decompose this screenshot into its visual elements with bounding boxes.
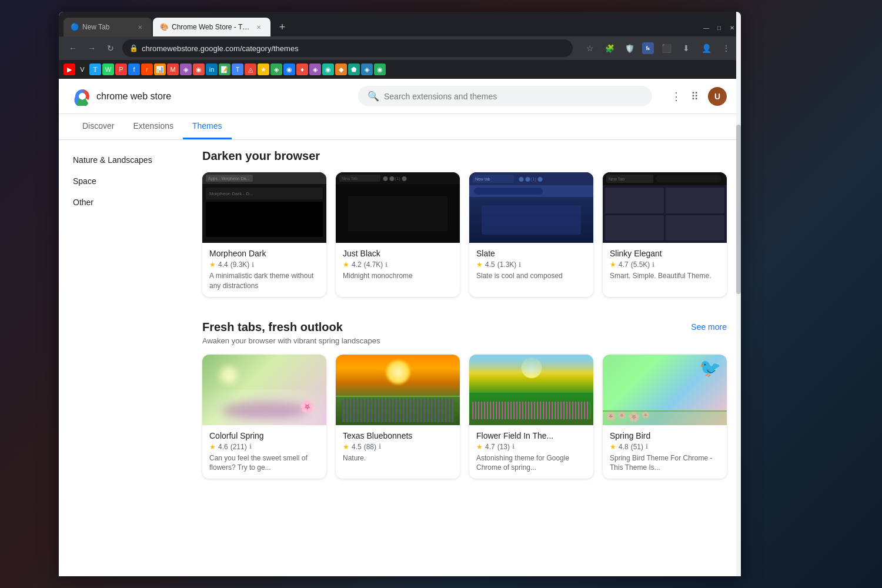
ext-gmail[interactable]: M	[167, 64, 179, 75]
apps-grid-icon[interactable]: ⠿	[691, 90, 699, 103]
info-icon[interactable]: ℹ	[512, 443, 514, 450]
nav-tabs: Discover Extensions Themes	[59, 114, 741, 140]
ext-youtube[interactable]: ▶	[64, 64, 75, 75]
info-icon[interactable]: ℹ	[646, 443, 648, 450]
lock-icon: 🔒	[129, 44, 138, 52]
search-input[interactable]	[384, 92, 643, 101]
info-icon[interactable]: ℹ	[652, 261, 654, 269]
rating-count: (5.5K)	[631, 260, 650, 269]
card-just-black-name: Just Black	[343, 249, 453, 258]
rating-count: (9.3K)	[230, 260, 250, 269]
tabs-row: 🔵 New Tab ✕ 🎨 Chrome Web Store - Themes …	[64, 18, 702, 36]
ext-misc5[interactable]: ◉	[283, 64, 295, 75]
tab-extensions[interactable]: Extensions	[123, 114, 182, 139]
new-tab-button[interactable]: +	[274, 19, 290, 35]
tab-close-2[interactable]: ✕	[254, 22, 263, 32]
sidebar-item-space[interactable]: Space	[59, 171, 179, 192]
info-icon[interactable]: ℹ	[385, 261, 387, 269]
ext-misc2[interactable]: ◉	[193, 64, 205, 75]
card-texas-bluebonnets-info: Texas Bluebonnets ★ 4.5 (88) ℹ Nature.	[336, 425, 460, 469]
see-more-link[interactable]: See more	[691, 322, 727, 332]
sidebar-item-nature[interactable]: Nature & Landscapes	[59, 149, 179, 171]
card-spring-bird-info: Spring Bird ★ 4.8 (51) ℹ Spring Bird The…	[603, 425, 727, 479]
rating-value: 4.7	[619, 260, 629, 269]
ext-misc4[interactable]: ◈	[270, 64, 282, 75]
address-input-wrap[interactable]: 🔒 chromewebstore.google.com/category/the…	[122, 39, 573, 57]
search-bar[interactable]: 🔍	[358, 86, 652, 106]
ext-misc7[interactable]: ◈	[309, 64, 321, 75]
card-colorful-spring[interactable]: 🌸 Colorful Spring ★ 4.6 (211) ℹ	[202, 355, 326, 479]
info-icon[interactable]: ℹ	[379, 443, 381, 450]
scrollbar-thumb[interactable]	[736, 125, 741, 294]
card-flower-field[interactable]: Flower Field In The... ★ 4.7 (13) ℹ Asto…	[469, 355, 593, 479]
rating-value: 4.5	[485, 260, 495, 269]
star-icon: ★	[343, 443, 349, 451]
tab-close-1[interactable]: ✕	[135, 22, 145, 32]
ext-misc8[interactable]: ◉	[322, 64, 334, 75]
tab-title-1: New Tab	[82, 23, 132, 31]
ext-reddit[interactable]: r	[141, 64, 153, 75]
info-icon[interactable]: ℹ	[249, 443, 252, 450]
preview-slate: New tab ⬤ ⬤(1) ⬤	[469, 172, 593, 243]
ext-whatsapp[interactable]: W	[102, 64, 114, 75]
maximize-button[interactable]: □	[715, 24, 723, 32]
profile-icon[interactable]: 👤	[699, 41, 714, 56]
card-slinky-elegant[interactable]: New Tab	[603, 172, 727, 297]
tab-new-tab[interactable]: 🔵 New Tab ✕	[64, 18, 152, 36]
card-morpheon-dark-name: Morpheon Dark	[209, 249, 319, 258]
ext-trello[interactable]: T	[232, 64, 243, 75]
card-texas-bluebonnets[interactable]: Texas Bluebonnets ★ 4.5 (88) ℹ Nature.	[336, 355, 460, 479]
card-slate[interactable]: New tab ⬤ ⬤(1) ⬤	[469, 172, 593, 297]
minimize-button[interactable]: —	[702, 24, 710, 32]
tab-themes[interactable]: Themes	[183, 114, 232, 139]
ext-misc10[interactable]: ⬟	[348, 64, 360, 75]
reload-button[interactable]: ↻	[103, 41, 118, 55]
avatar[interactable]: U	[708, 87, 727, 106]
section-darken: Darken your browser Apps - Morpheon Da..…	[202, 149, 727, 297]
ext-analytics[interactable]: 📊	[154, 64, 166, 75]
shield-icon[interactable]: 🛡️	[622, 41, 637, 56]
extensions-puzzle-icon[interactable]: 🧩	[602, 41, 617, 56]
forward-button[interactable]: →	[85, 41, 99, 55]
card-morpheon-dark-desc: A minimalistic dark theme without any di…	[209, 271, 319, 291]
ext-misc3[interactable]: ★	[258, 64, 269, 75]
vertical-scrollbar[interactable]	[736, 79, 741, 576]
back-button[interactable]: ←	[66, 41, 80, 55]
card-slate-info: Slate ★ 4.5 (1.3K) ℹ Slate is cool and c…	[469, 243, 593, 287]
tab-discover[interactable]: Discover	[73, 114, 123, 139]
close-button[interactable]: ✕	[728, 24, 736, 32]
download-icon[interactable]: ⬇	[679, 41, 694, 56]
info-icon[interactable]: ℹ	[519, 261, 521, 269]
ext-misc6[interactable]: ♦	[296, 64, 308, 75]
ext-vpn[interactable]: V	[76, 64, 88, 75]
ext-misc12[interactable]: ◉	[374, 64, 386, 75]
tab-chrome-web-store[interactable]: 🎨 Chrome Web Store - Themes ✕	[153, 18, 270, 36]
extensions-manage-icon[interactable]: ⬛	[659, 41, 674, 56]
card-spring-bird[interactable]: 🐦 🌸 🌸 🌸 🌸	[603, 355, 727, 479]
card-morpheon-dark[interactable]: Apps - Morpheon Da... Morpheon Dark - D.…	[202, 172, 326, 297]
card-just-black[interactable]: New Tab ⬤ ⬤(1) ⬤ Just Black	[336, 172, 460, 297]
menu-icon[interactable]: ⋮	[719, 41, 734, 56]
star-icon: ★	[476, 260, 483, 269]
fb-icon[interactable]: f₆	[642, 42, 654, 54]
rating-count: (13)	[497, 443, 510, 451]
info-icon[interactable]: ℹ	[252, 261, 254, 269]
sidebar-item-other[interactable]: Other	[59, 192, 179, 213]
ext-linkedin[interactable]: in	[206, 64, 218, 75]
preview-colorful-spring: 🌸	[202, 355, 326, 425]
ext-misc1[interactable]: ◈	[180, 64, 192, 75]
ext-misc9[interactable]: ◆	[335, 64, 347, 75]
rating-value: 4.6	[218, 443, 228, 451]
ext-facebook[interactable]: f	[128, 64, 140, 75]
ext-notes[interactable]: 📝	[219, 64, 230, 75]
tab-title-2: Chrome Web Store - Themes	[172, 23, 250, 31]
ext-pocket[interactable]: P	[115, 64, 127, 75]
ext-drive[interactable]: ◬	[245, 64, 256, 75]
ext-misc11[interactable]: ◈	[361, 64, 373, 75]
header-icons: ⋮ ⠿ U	[671, 87, 727, 106]
bookmark-star-icon[interactable]: ☆	[582, 41, 597, 56]
rating-count: (1.3K)	[497, 260, 517, 269]
more-vert-icon[interactable]: ⋮	[671, 90, 681, 103]
ext-twitter[interactable]: 𝕋	[89, 64, 101, 75]
main-layout: Nature & Landscapes Space Other Darken y…	[59, 140, 741, 512]
